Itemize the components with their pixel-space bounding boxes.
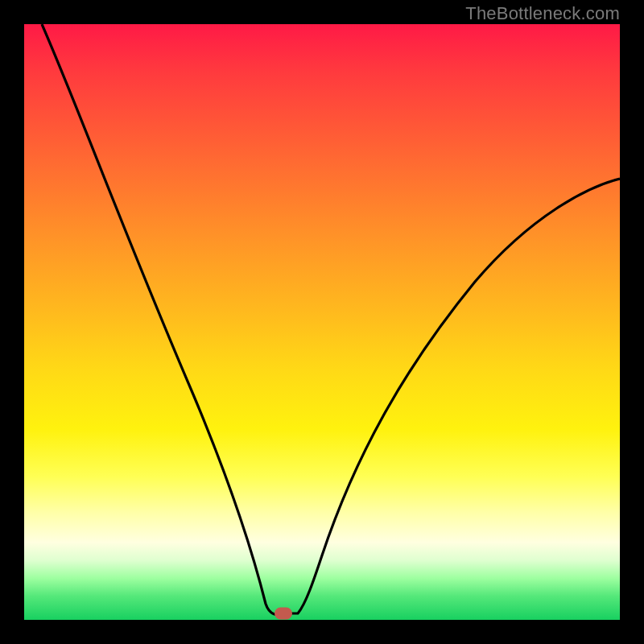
plot-area [24, 24, 620, 620]
bottleneck-marker [275, 607, 292, 619]
watermark-text: TheBottleneck.com [465, 3, 620, 24]
chart-frame: TheBottleneck.com [0, 0, 644, 644]
bottleneck-curve [42, 24, 620, 615]
curve-svg [24, 24, 620, 620]
